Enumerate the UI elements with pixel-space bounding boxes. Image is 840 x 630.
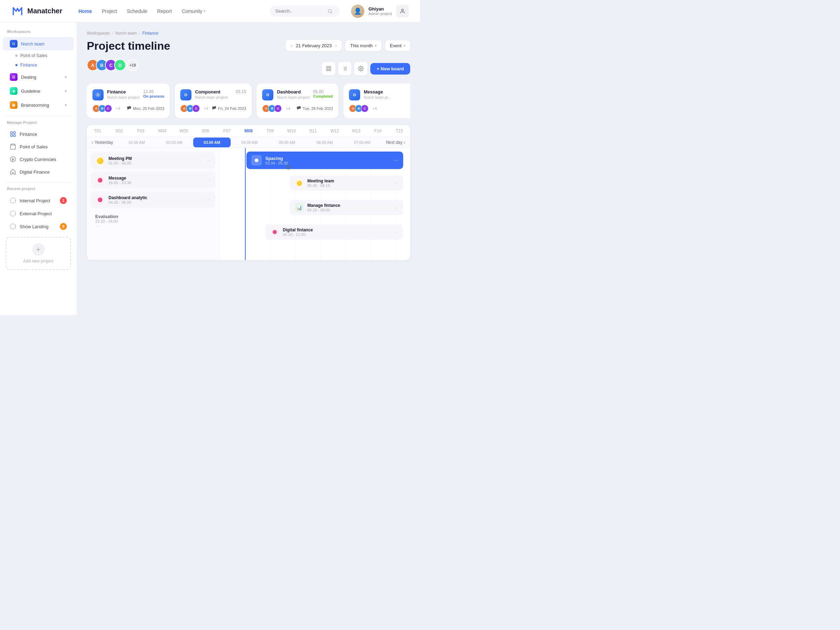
pos-icon bbox=[10, 144, 16, 150]
timeline-days: T01S02F03M04W05S06F07M08T09W10S11W12M13F… bbox=[87, 125, 410, 137]
avatar-4: D bbox=[114, 59, 126, 71]
svg-marker-8 bbox=[11, 169, 16, 174]
current-date: 21 February 2023 bbox=[296, 43, 332, 48]
board-card-dashboard[interactable]: Dashboard Norch team project 05.00 Compl… bbox=[257, 84, 338, 118]
list-view-button[interactable] bbox=[338, 62, 351, 75]
task-more-btn[interactable]: ··· bbox=[207, 197, 211, 203]
day-cell-f07: F07 bbox=[216, 128, 238, 133]
svg-rect-12 bbox=[327, 66, 328, 68]
next-day-button[interactable]: Next day › bbox=[381, 137, 410, 148]
digital-fintance-more[interactable]: ··· bbox=[394, 229, 398, 235]
grid-view-button[interactable] bbox=[322, 62, 335, 75]
search-bar[interactable] bbox=[270, 6, 340, 17]
profile-button[interactable] bbox=[396, 5, 409, 17]
day-cell-f14: F14 bbox=[367, 128, 389, 133]
fintance-card-icon bbox=[92, 89, 104, 101]
chevron-down-icon: ▾ bbox=[204, 9, 205, 13]
svg-rect-5 bbox=[14, 135, 16, 136]
team-avatars: A B C D +18 bbox=[87, 59, 139, 71]
dashboard-card-icon bbox=[262, 89, 273, 101]
task-evaluation[interactable]: Evaluation 23.20 - 24.00 ··· bbox=[91, 211, 215, 232]
logo-icon bbox=[11, 5, 24, 17]
sidebar: Workspaces N Norch team Point of Sales F… bbox=[0, 22, 77, 315]
meeting-team-task[interactable]: 🟡 Meeting team 05.40 - 06.15 ··· bbox=[290, 175, 403, 191]
chevron-down-icon: ▾ bbox=[404, 44, 405, 47]
hour-01: 01:00 AM bbox=[118, 137, 155, 147]
manage-fintance-task[interactable]: 📊 Manage fintance 04.20 - 06.00 ··· bbox=[290, 200, 403, 215]
search-icon bbox=[327, 8, 333, 14]
now-line bbox=[245, 148, 246, 260]
page-title: Project timeline bbox=[87, 40, 170, 52]
card-avatar: C bbox=[274, 105, 282, 112]
crumb-norch[interactable]: Norch team bbox=[115, 31, 137, 36]
brainstorm-icon: ◉ bbox=[10, 101, 17, 109]
sidebar-item-show-landing[interactable]: Show Landing 8 bbox=[3, 220, 74, 233]
nav-community[interactable]: Comunity ▾ bbox=[182, 8, 205, 14]
sidebar-item-crypto[interactable]: Crypto Currencies bbox=[3, 153, 74, 165]
sidebar-item-manage-pos[interactable]: Point of Sales bbox=[3, 141, 74, 153]
nav-report[interactable]: Report bbox=[157, 8, 172, 14]
board-card-message[interactable]: Message Norch team pr... A B C +4 🏴 bbox=[343, 84, 410, 118]
next-date-arrow[interactable]: › bbox=[335, 43, 337, 48]
sidebar-item-norch-team[interactable]: N Norch team bbox=[3, 37, 74, 51]
timeline-right: Spacing 03.34 - 05.30 ··· 🟡 Meeting team… bbox=[220, 148, 410, 260]
sidebar-item-internal[interactable]: Internal Project 1 bbox=[3, 194, 74, 207]
spacing-icon bbox=[251, 155, 262, 166]
spacing-task[interactable]: Spacing 03.34 - 05.30 ··· bbox=[246, 152, 403, 169]
digital-fintance-icon bbox=[270, 227, 279, 237]
search-input[interactable] bbox=[275, 8, 324, 14]
workspaces-label: Workspaces bbox=[0, 29, 77, 36]
nav-home[interactable]: Home bbox=[78, 8, 92, 14]
task-message[interactable]: Message 16.55 - 23.30 ··· bbox=[91, 172, 215, 189]
new-board-button[interactable]: + New board bbox=[370, 63, 410, 74]
digital-fintance-task[interactable]: Digital fintance 04.20 - 12.00 ··· bbox=[265, 224, 403, 240]
svg-point-1 bbox=[401, 9, 403, 11]
board-card-fintance[interactable]: Fintance Norch team project 12.45 On pro… bbox=[87, 84, 170, 118]
eval-more-btn[interactable]: ··· bbox=[95, 223, 100, 230]
crumb-fintance[interactable]: Fintance bbox=[142, 31, 159, 36]
meeting-team-more[interactable]: ··· bbox=[394, 180, 398, 186]
hour-06: 06:00 AM bbox=[306, 137, 343, 147]
add-project-box[interactable]: + Add new project bbox=[6, 237, 71, 270]
board-card-component[interactable]: Component Norch team project 03.15 A B C… bbox=[175, 84, 252, 118]
task-more-btn[interactable]: ··· bbox=[207, 158, 211, 164]
user-area: 👤 Ghiyan Admin project bbox=[351, 5, 409, 18]
nav-project[interactable]: Project bbox=[102, 8, 117, 14]
meeting-pm-icon: 🟡 bbox=[95, 156, 105, 166]
sidebar-item-external[interactable]: External Project bbox=[3, 208, 74, 219]
sidebar-item-digital-finance[interactable]: Digital Finance bbox=[3, 166, 74, 178]
event-dropdown[interactable]: Event ▾ bbox=[385, 40, 410, 51]
crumb-workspaces[interactable]: Workspaces bbox=[87, 31, 110, 36]
svg-point-9 bbox=[11, 198, 16, 203]
nav-schedule[interactable]: Schedule bbox=[127, 8, 147, 14]
sidebar-item-fintance[interactable]: Fintance bbox=[3, 128, 74, 140]
date-navigator[interactable]: ‹ 21 February 2023 › bbox=[286, 40, 342, 51]
yesterday-button[interactable]: ‹ Yesterday bbox=[87, 137, 118, 148]
sidebar-item-brainstorming[interactable]: ◉ Brainstorming ▾ bbox=[3, 98, 74, 112]
manage-fintance-more[interactable]: ··· bbox=[394, 205, 398, 210]
timeline-section: T01S02F03M04W05S06F07M08T09W10S11W12M13F… bbox=[87, 125, 410, 260]
day-cell-w10: W10 bbox=[281, 128, 302, 133]
internal-badge: 1 bbox=[60, 197, 67, 204]
svg-point-11 bbox=[11, 224, 16, 229]
day-cell-w12: W12 bbox=[324, 128, 346, 133]
sidebar-subitem-fintance[interactable]: Fintance bbox=[13, 60, 77, 69]
task-dashboard-analytic[interactable]: Dashboard analytic 04.20 - 06.00 ··· bbox=[91, 191, 215, 208]
task-more-btn[interactable]: ··· bbox=[207, 177, 211, 183]
card-avatar: C bbox=[104, 105, 112, 112]
prev-date-arrow[interactable]: ‹ bbox=[291, 43, 292, 48]
internal-icon bbox=[10, 197, 16, 204]
day-cell-t01: T01 bbox=[87, 128, 109, 133]
sidebar-item-guideline[interactable]: ◈ Guideline ▾ bbox=[3, 84, 74, 98]
task-meeting-pm[interactable]: 🟡 Meeting PM 01.00 - 05.00 ··· bbox=[91, 152, 215, 169]
sidebar-subitem-pos[interactable]: Point of Sales bbox=[13, 51, 77, 60]
add-project-label: Add new project bbox=[23, 259, 53, 264]
app-name: Manatcher bbox=[27, 7, 62, 15]
hour-04: 04:00 AM bbox=[231, 137, 268, 147]
spacing-more-btn[interactable]: ··· bbox=[394, 157, 398, 163]
sidebar-item-dealing[interactable]: ⊞ Dealing ▾ bbox=[3, 70, 74, 84]
this-month-dropdown[interactable]: This month ▾ bbox=[345, 40, 381, 51]
left-arrow-icon: ‹ bbox=[92, 140, 93, 145]
settings-button[interactable] bbox=[354, 62, 368, 75]
avatar-more: +18 bbox=[127, 59, 139, 71]
